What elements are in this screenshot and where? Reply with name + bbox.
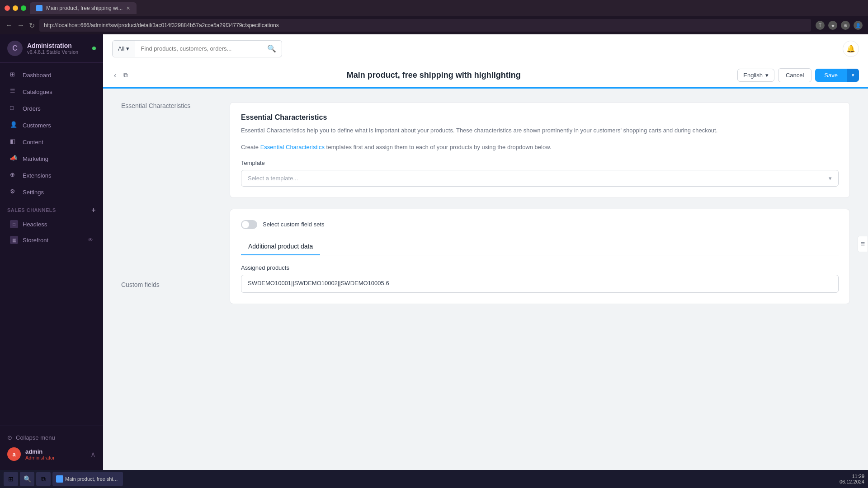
sidebar-item-content[interactable]: ◧ Content [3, 134, 100, 150]
user-info: admin Administrator [25, 448, 55, 460]
sidebar-bottom: ⊙ Collapse menu a admin Administrator ∧ [0, 426, 103, 470]
user-avatar: a [7, 447, 21, 461]
tab-additional-product-data[interactable]: Additional product data [241, 238, 320, 255]
sidebar-item-settings[interactable]: ⚙ Settings [3, 184, 100, 200]
star-icon[interactable]: ★ [828, 21, 837, 30]
toggle-knob [242, 221, 249, 228]
essential-characteristics-link[interactable]: Essential Characteristics [260, 144, 325, 150]
sidebar-header: C Administration v6.4.8.1 Stable Version [0, 34, 103, 63]
template-label: Template [241, 160, 839, 166]
headless-icon: □ [10, 220, 18, 228]
content-icon: ◧ [10, 138, 18, 146]
tab-title: Main product, free shipping wi... [46, 5, 123, 11]
forward-nav-btn[interactable]: → [17, 21, 24, 29]
back-button[interactable]: ‹ [112, 70, 118, 81]
template-chevron-icon: ▾ [829, 175, 832, 182]
save-button[interactable]: Save [815, 69, 847, 82]
essential-card-desc2: Create Essential Characteristics templat… [241, 143, 839, 152]
sub-header-nav: ‹ ⧉ [112, 70, 130, 81]
content-main: Essential Characteristics Essential Char… [230, 102, 850, 456]
sidebar-item-customers[interactable]: 👤 Customers [3, 117, 100, 133]
collapse-label: Collapse menu [16, 434, 55, 441]
sidebar-title: Administration [27, 42, 78, 49]
back-nav-btn[interactable]: ← [5, 21, 13, 29]
window-controls[interactable] [5, 5, 26, 11]
page-title: Main product, free shipping with highlig… [135, 70, 732, 80]
search-wrapper: All ▾ 🔍 [112, 40, 282, 57]
sidebar-item-dashboard[interactable]: ⊞ Dashboard [3, 67, 100, 83]
sidebar-item-orders[interactable]: □ Orders [3, 100, 100, 117]
sidebar-item-label: Orders [23, 105, 41, 112]
tab-favicon [36, 5, 42, 11]
customers-icon: 👤 [10, 121, 18, 129]
sidebar-nav: ⊞ Dashboard ☰ Catalogues □ Orders 👤 Cust… [0, 63, 103, 426]
search-input[interactable] [135, 45, 262, 52]
refresh-nav-btn[interactable]: ↻ [29, 21, 35, 30]
search-icon[interactable]: 🔍 [262, 44, 282, 53]
taskbar: ⊞ 🔍 ⧉ Main product, free shipping wi... … [0, 470, 868, 488]
taskbar-running-app[interactable]: Main product, free shipping wi... [52, 472, 123, 486]
sidebar-item-label: Catalogues [23, 89, 52, 95]
catalogues-icon: ☰ [10, 88, 18, 96]
sidebar-item-catalogues[interactable]: ☰ Catalogues [3, 84, 100, 100]
collapse-menu-btn[interactable]: ⊙ Collapse menu [7, 432, 96, 444]
sidebar-item-marketing[interactable]: 📣 Marketing [3, 150, 100, 167]
custom-fields-toggle-row: Select custom field sets [241, 220, 839, 229]
copy-button[interactable]: ⧉ [122, 70, 130, 81]
template-select[interactable]: Select a template... ▾ [241, 170, 839, 187]
language-label: English [743, 72, 763, 79]
collapse-icon: ⊙ [7, 434, 12, 441]
close-window-btn[interactable] [5, 5, 10, 11]
app: C Administration v6.4.8.1 Stable Version… [0, 34, 868, 470]
maximize-window-btn[interactable] [21, 5, 26, 11]
user-menu[interactable]: a admin Administrator ∧ [7, 444, 96, 465]
taskbar-search-btn[interactable]: 🔍 [20, 472, 34, 486]
save-dropdown-btn[interactable]: ▾ [847, 69, 859, 82]
settings-icon: ⚙ [10, 188, 18, 196]
browser-icons: T ★ ⊕ 👤 [816, 21, 863, 30]
extensions-icon: ⊕ [10, 171, 18, 179]
sidebar-item-headless[interactable]: □ Headless [3, 216, 100, 232]
custom-field-sets-toggle[interactable] [241, 220, 257, 229]
visibility-icon[interactable]: 👁 [88, 237, 93, 243]
profile-icon[interactable]: 👤 [854, 21, 863, 30]
language-selector[interactable]: English ▾ [737, 69, 774, 82]
channel-label: Headless [23, 221, 47, 228]
essential-characteristics-card: Essential Characteristics Essential Char… [230, 102, 850, 198]
right-sidebar-handle[interactable]: ≡ [858, 236, 868, 252]
browser-tab[interactable]: Main product, free shipping wi... ✕ [30, 2, 137, 14]
essential-card-title: Essential Characteristics [241, 113, 839, 122]
desc2-prefix: Create [241, 144, 260, 150]
search-type-selector[interactable]: All ▾ [113, 41, 135, 57]
essential-card-desc1: Essential Characteristics help you to de… [241, 126, 839, 136]
orders-icon: □ [10, 104, 18, 113]
content-area: Essential Characteristics Custom fields … [103, 89, 868, 470]
top-bar: All ▾ 🔍 🔔 [103, 34, 868, 63]
save-button-group: Save ▾ [815, 69, 859, 82]
chevron-down-icon: ▾ [126, 45, 129, 52]
sidebar-subtitle: v6.4.8.1 Stable Version [27, 49, 78, 55]
cancel-button[interactable]: Cancel [778, 68, 811, 82]
url-bar[interactable]: http://localhost:666/admin#/sw/product/d… [39, 19, 811, 32]
user-name: admin [25, 448, 55, 455]
minimize-window-btn[interactable] [13, 5, 18, 11]
sidebar-item-extensions[interactable]: ⊕ Extensions [3, 167, 100, 183]
tab-close-icon[interactable]: ✕ [126, 5, 130, 11]
sidebar-item-storefront[interactable]: ▦ Storefront 👁 [3, 232, 100, 248]
sidebar: C Administration v6.4.8.1 Stable Version… [0, 34, 103, 470]
taskview-btn[interactable]: ⧉ [36, 472, 51, 486]
search-type-label: All [118, 45, 124, 52]
user-role: Administrator [25, 455, 55, 460]
user-chevron-icon: ∧ [90, 450, 96, 459]
extension-icon[interactable]: ⊕ [841, 21, 850, 30]
url-text: http://localhost:666/admin#/sw/product/d… [44, 22, 279, 28]
custom-section-label: Custom fields [121, 281, 212, 288]
translate-icon[interactable]: T [816, 21, 825, 30]
start-button[interactable]: ⊞ [4, 472, 18, 486]
marketing-icon: 📣 [10, 155, 18, 163]
running-app-icon [56, 475, 63, 483]
sidebar-item-label: Marketing [23, 155, 48, 162]
add-sales-channel-btn[interactable]: + [91, 206, 96, 214]
notifications-bell[interactable]: 🔔 [843, 41, 859, 57]
sidebar-toggle-icon[interactable]: ≡ [858, 236, 868, 252]
